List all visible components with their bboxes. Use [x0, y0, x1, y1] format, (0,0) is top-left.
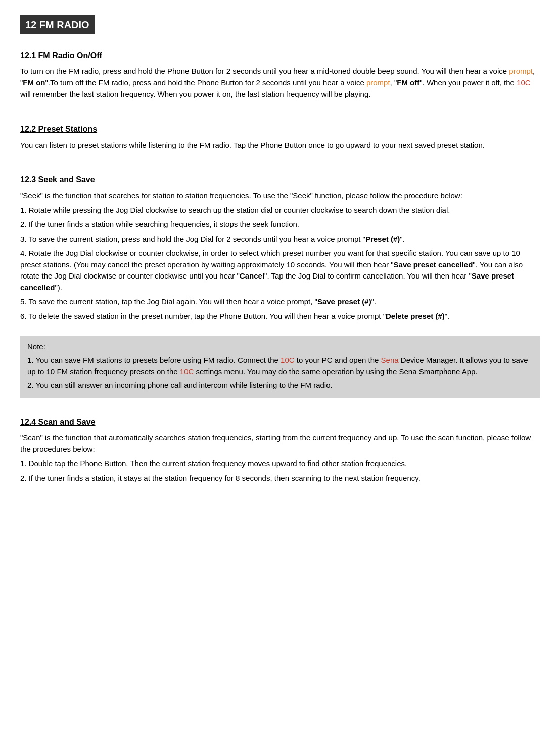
- 10c-ref-1: 10C: [517, 78, 531, 87]
- fm-on-bold: FM on: [23, 78, 45, 87]
- 10c-ref-note-2: 10C: [180, 367, 194, 376]
- fm-off-bold: FM off: [397, 78, 419, 87]
- paragraph-12-4-1: 1. Double tap the Phone Button. Then the…: [20, 458, 540, 470]
- 10c-ref-note-1: 10C: [281, 356, 295, 364]
- paragraph-12-3-intro: "Seek" is the function that searches for…: [20, 190, 540, 202]
- paragraph-12-3-5: 5. To save the current station, tap the …: [20, 296, 540, 308]
- heading-12-1: 12.1 FM Radio On/Off: [20, 50, 540, 62]
- save-preset-cancelled-1: Save preset cancelled: [394, 260, 473, 269]
- save-preset-cancelled-2: Save preset cancelled: [20, 271, 514, 292]
- heading-12-4: 12.4 Scan and Save: [20, 416, 540, 428]
- preset-hash-bold-1: Preset (#): [365, 235, 400, 243]
- note-item-2: 2. You can still answer an incoming phon…: [27, 380, 533, 391]
- paragraph-12-3-2: 2. If the tuner finds a station while se…: [20, 219, 540, 230]
- sena-ref-note: Sena: [381, 356, 399, 364]
- prompt-orange-1: prompt: [509, 67, 533, 75]
- paragraph-12-3-6: 6. To delete the saved station in the pr…: [20, 311, 540, 322]
- section-12-1: 12.1 FM Radio On/Off To turn on the FM r…: [20, 50, 540, 100]
- note-item-1: 1. You can save FM stations to presets b…: [27, 355, 533, 378]
- paragraph-12-1: To turn on the FM radio, press and hold …: [20, 66, 540, 100]
- paragraph-12-3-4: 4. Rotate the Jog Dial clockwise or coun…: [20, 248, 540, 293]
- heading-12-3: 12.3 Seek and Save: [20, 174, 540, 186]
- section-12-2: 12.2 Preset Stations You can listen to p…: [20, 123, 540, 151]
- heading-12-2: 12.2 Preset Stations: [20, 123, 540, 135]
- cancel-bold: Cancel: [240, 271, 264, 280]
- note-box: Note: 1. You can save FM stations to pre…: [20, 336, 540, 398]
- section-12-3: 12.3 Seek and Save "Seek" is the functio…: [20, 174, 540, 322]
- paragraph-12-3-1: 1. Rotate while pressing the Jog Dial cl…: [20, 205, 540, 216]
- page-title: 12 FM RADIO: [20, 15, 95, 34]
- prompt-orange-2: prompt: [366, 78, 390, 87]
- paragraph-12-4-intro: "Scan" is the function that automaticall…: [20, 432, 540, 455]
- note-label: Note:: [27, 341, 533, 353]
- save-preset-hash-bold: Save preset (#): [317, 297, 371, 306]
- section-12-4: 12.4 Scan and Save "Scan" is the functio…: [20, 416, 540, 484]
- paragraph-12-3-3: 3. To save the current station, press an…: [20, 234, 540, 245]
- delete-preset-hash-bold: Delete preset (#): [386, 312, 445, 320]
- paragraph-12-2: You can listen to preset stations while …: [20, 140, 540, 151]
- paragraph-12-4-2: 2. If the tuner finds a station, it stay…: [20, 473, 540, 484]
